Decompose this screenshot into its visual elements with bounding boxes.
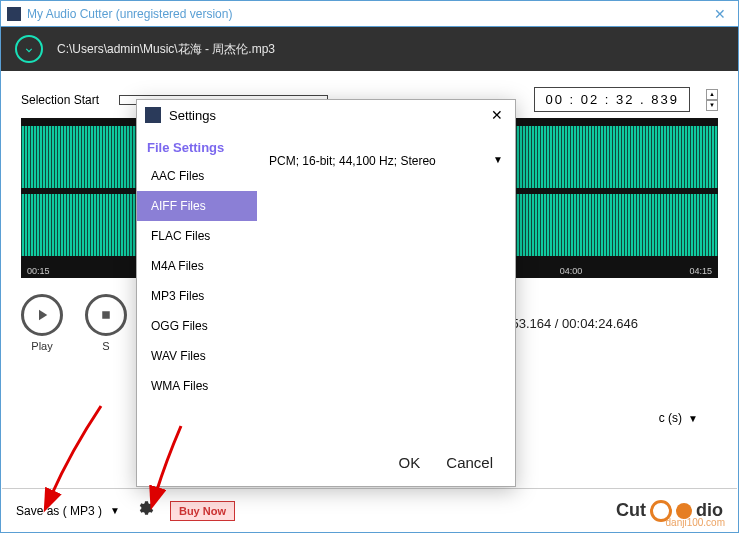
dialog-header: Settings ✕ [137, 100, 515, 130]
sidebar-item-wma-files[interactable]: WMA Files [137, 371, 257, 401]
cs-selector[interactable]: c (s) ▼ [659, 411, 698, 425]
sidebar-item-m4a-files[interactable]: M4A Files [137, 251, 257, 281]
format-value[interactable]: PCM; 16-bit; 44,100 Hz; Stereo [269, 154, 436, 168]
save-as-button[interactable]: Save as ( MP3 ) [16, 504, 102, 518]
selection-start-label: Selection Start [21, 93, 109, 107]
sidebar-item-wav-files[interactable]: WAV Files [137, 341, 257, 371]
app-icon [7, 7, 21, 21]
titlebar: My Audio Cutter (unregistered version) ✕ [1, 1, 738, 27]
dialog-close-button[interactable]: ✕ [487, 107, 507, 123]
svg-rect-0 [102, 311, 110, 319]
chevron-down-icon[interactable]: ▼ [493, 154, 503, 165]
download-icon [15, 35, 43, 63]
dialog-content: PCM; 16-bit; 44,100 Hz; Stereo ▼ [257, 130, 515, 438]
dialog-footer: OK Cancel [137, 438, 515, 486]
timeline-left: 00:15 [21, 266, 151, 276]
sidebar-header: File Settings [137, 134, 257, 161]
file-path-bar: C:\Users\admin\Music\花海 - 周杰伦.mp3 [1, 27, 738, 71]
ok-button[interactable]: OK [399, 454, 421, 471]
watermark: danji100.com [666, 517, 725, 528]
settings-dialog: Settings ✕ File Settings AAC FilesAIFF F… [136, 99, 516, 487]
dialog-title: Settings [169, 108, 487, 123]
sidebar-item-flac-files[interactable]: FLAC Files [137, 221, 257, 251]
dialog-sidebar: File Settings AAC FilesAIFF FilesFLAC Fi… [137, 130, 257, 438]
sidebar-item-aac-files[interactable]: AAC Files [137, 161, 257, 191]
bottom-bar: Save as ( MP3 ) ▼ Buy Now Cut dio danji1… [2, 488, 737, 532]
cancel-button[interactable]: Cancel [446, 454, 493, 471]
window-close-button[interactable]: ✕ [708, 6, 732, 22]
selection-end-input[interactable]: 00 : 02 : 32 . 839 [534, 87, 690, 112]
sidebar-item-aiff-files[interactable]: AIFF Files [137, 191, 257, 221]
sidebar-item-mp3-files[interactable]: MP3 Files [137, 281, 257, 311]
stop-label: S [102, 340, 109, 352]
chevron-down-icon[interactable]: ▼ [110, 505, 120, 516]
play-label: Play [31, 340, 52, 352]
time-stepper[interactable]: ▲▼ [706, 89, 718, 111]
settings-button[interactable] [136, 499, 154, 522]
window-title: My Audio Cutter (unregistered version) [27, 7, 708, 21]
stop-button[interactable]: S [85, 294, 127, 352]
selection-end-value: 00 : 02 : 32 . 839 [545, 92, 679, 107]
chevron-down-icon: ▼ [688, 413, 698, 424]
buy-now-button[interactable]: Buy Now [170, 501, 235, 521]
dialog-icon [145, 107, 161, 123]
sidebar-item-ogg-files[interactable]: OGG Files [137, 311, 257, 341]
play-button[interactable]: Play [21, 294, 63, 352]
cs-label: c (s) [659, 411, 682, 425]
file-path: C:\Users\admin\Music\花海 - 周杰伦.mp3 [57, 41, 275, 58]
waveform-left[interactable]: 00:15 [21, 118, 151, 278]
